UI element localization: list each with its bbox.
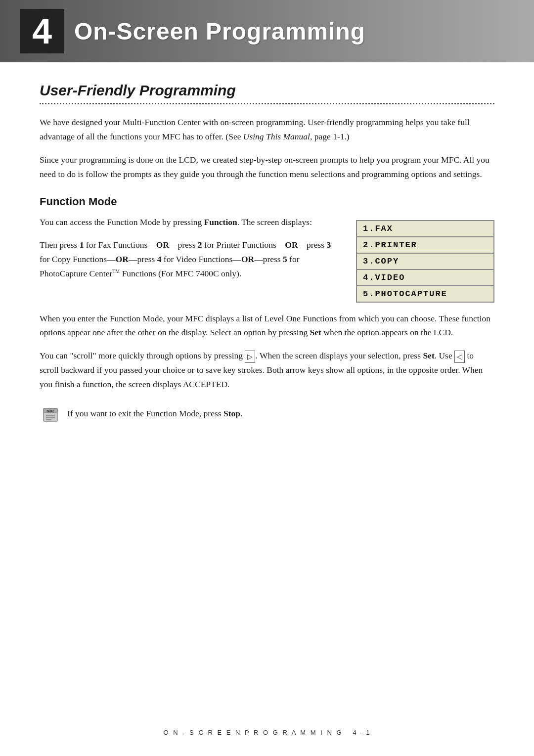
chapter-title: On-Screen Programming <box>74 18 365 45</box>
note-row: Note If you want to exit the Function Mo… <box>40 403 494 425</box>
function-mode-section: You can access the Function Mode by pres… <box>40 215 494 303</box>
subsection-title: Function Mode <box>40 195 494 208</box>
intro-paragraph-2: Since your programming is done on the LC… <box>40 153 494 181</box>
section-divider <box>40 103 494 104</box>
forward-arrow-icon: ▷ <box>245 351 255 363</box>
function-mode-para-4: You can "scroll" more quickly through op… <box>40 349 494 392</box>
function-mode-right: 1.FAX 2.PRINTER 3.COPY 4.VIDEO 5.PHOTOCA… <box>356 220 494 303</box>
function-mode-left: You can access the Function Mode by pres… <box>40 215 336 303</box>
back-arrow-icon: ◁ <box>454 351 465 363</box>
footer-page-number: 4 - 1 <box>353 729 371 736</box>
main-content: User-Friendly Programming We have design… <box>0 62 534 465</box>
svg-text:Note: Note <box>46 409 54 413</box>
intro-paragraph-1: We have designed your Multi-Function Cen… <box>40 115 494 144</box>
function-mode-para-3: When you enter the Function Mode, your M… <box>40 311 494 340</box>
lcd-item-2: 2.PRINTER <box>356 236 494 253</box>
section-title: User-Friendly Programming <box>40 82 494 99</box>
lcd-item-1: 1.FAX <box>356 220 494 236</box>
function-mode-para-2: Then press 1 for Fax Functions—OR—press … <box>40 238 336 281</box>
chapter-header: 4 On-Screen Programming <box>0 0 534 62</box>
lcd-item-4: 4.VIDEO <box>356 269 494 285</box>
note-icon: Note <box>40 403 61 425</box>
note-text: If you want to exit the Function Mode, p… <box>67 403 242 421</box>
function-mode-para-1: You can access the Function Mode by pres… <box>40 215 336 229</box>
lcd-item-5: 5.PHOTOCAPTURE <box>356 285 494 303</box>
footer-chapter-label: O N - S C R E E N P R O G R A M M I N G <box>163 729 343 736</box>
chapter-number: 4 <box>20 9 64 53</box>
lcd-item-3: 3.COPY <box>356 253 494 269</box>
page-footer: O N - S C R E E N P R O G R A M M I N G … <box>0 729 534 736</box>
